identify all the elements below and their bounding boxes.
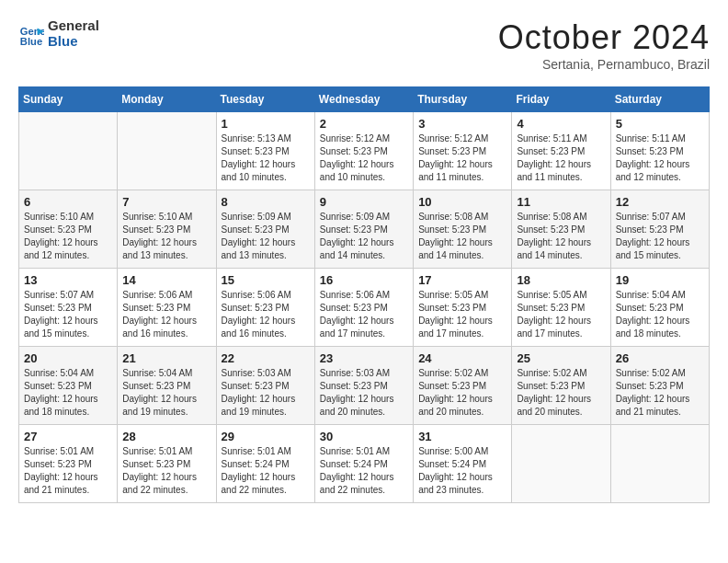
day-number: 28 [122,430,210,443]
day-info: Sunrise: 5:09 AM Sunset: 5:23 PM Dayligh… [222,211,310,262]
day-number: 30 [320,430,408,443]
day-number: 23 [320,351,408,365]
day-number: 1 [222,117,310,131]
day-number: 24 [418,351,506,365]
weekday-header-thursday: Thursday [414,87,512,112]
calendar-cell: 2Sunrise: 5:12 AM Sunset: 5:23 PM Daylig… [314,112,413,190]
logo-line2: Blue [48,34,99,50]
day-number: 25 [517,351,605,365]
day-number: 19 [616,273,704,287]
day-info: Sunrise: 5:08 AM Sunset: 5:23 PM Dayligh… [517,211,605,262]
weekday-header-wednesday: Wednesday [314,87,413,112]
day-info: Sunrise: 5:01 AM Sunset: 5:24 PM Dayligh… [222,445,310,497]
day-info: Sunrise: 5:01 AM Sunset: 5:24 PM Dayligh… [320,445,408,497]
day-number: 26 [616,351,704,365]
calendar-cell: 4Sunrise: 5:11 AM Sunset: 5:23 PM Daylig… [512,112,610,190]
day-number: 17 [418,273,506,287]
month-title: October 2024 [498,18,710,57]
day-info: Sunrise: 5:03 AM Sunset: 5:23 PM Dayligh… [320,367,408,419]
calendar-week-row: 13Sunrise: 5:07 AM Sunset: 5:23 PM Dayli… [19,269,710,347]
day-info: Sunrise: 5:06 AM Sunset: 5:23 PM Dayligh… [222,289,310,340]
calendar-cell: 13Sunrise: 5:07 AM Sunset: 5:23 PM Dayli… [19,269,118,347]
day-info: Sunrise: 5:07 AM Sunset: 5:23 PM Dayligh… [616,211,704,262]
day-info: Sunrise: 5:09 AM Sunset: 5:23 PM Dayligh… [320,211,408,262]
day-number: 29 [222,430,310,443]
day-info: Sunrise: 5:04 AM Sunset: 5:23 PM Dayligh… [24,367,112,419]
calendar-cell: 20Sunrise: 5:04 AM Sunset: 5:23 PM Dayli… [19,347,118,425]
day-info: Sunrise: 5:00 AM Sunset: 5:24 PM Dayligh… [418,445,506,497]
day-number: 10 [418,195,506,209]
page-header: General Blue General Blue October 2024 S… [18,18,710,72]
weekday-header-saturday: Saturday [610,87,709,112]
day-number: 7 [122,195,210,209]
calendar-cell: 11Sunrise: 5:08 AM Sunset: 5:23 PM Dayli… [512,190,610,269]
calendar-cell: 21Sunrise: 5:04 AM Sunset: 5:23 PM Dayli… [118,347,216,425]
calendar-cell: 27Sunrise: 5:01 AM Sunset: 5:23 PM Dayli… [19,425,118,503]
calendar-cell [610,425,709,503]
calendar-header-row: SundayMondayTuesdayWednesdayThursdayFrid… [19,87,710,112]
day-info: Sunrise: 5:13 AM Sunset: 5:23 PM Dayligh… [222,132,310,184]
calendar-cell: 23Sunrise: 5:03 AM Sunset: 5:23 PM Dayli… [314,347,413,425]
day-number: 9 [320,195,408,209]
day-number: 13 [24,273,112,287]
calendar-cell: 9Sunrise: 5:09 AM Sunset: 5:23 PM Daylig… [314,190,413,269]
day-info: Sunrise: 5:04 AM Sunset: 5:23 PM Dayligh… [122,367,210,419]
day-info: Sunrise: 5:12 AM Sunset: 5:23 PM Dayligh… [320,132,408,184]
day-number: 11 [517,195,605,209]
calendar-cell: 10Sunrise: 5:08 AM Sunset: 5:23 PM Dayli… [414,190,512,269]
day-info: Sunrise: 5:11 AM Sunset: 5:23 PM Dayligh… [517,132,605,184]
calendar-cell [19,112,118,190]
day-info: Sunrise: 5:07 AM Sunset: 5:23 PM Dayligh… [24,289,112,340]
day-number: 3 [418,117,506,131]
calendar-body: 1Sunrise: 5:13 AM Sunset: 5:23 PM Daylig… [19,112,710,503]
calendar-cell: 14Sunrise: 5:06 AM Sunset: 5:23 PM Dayli… [118,269,216,347]
calendar-week-row: 1Sunrise: 5:13 AM Sunset: 5:23 PM Daylig… [19,112,710,190]
calendar-cell: 3Sunrise: 5:12 AM Sunset: 5:23 PM Daylig… [414,112,512,190]
day-number: 31 [418,430,506,443]
calendar-cell: 1Sunrise: 5:13 AM Sunset: 5:23 PM Daylig… [216,112,314,190]
calendar-table: SundayMondayTuesdayWednesdayThursdayFrid… [18,86,710,503]
calendar-cell: 12Sunrise: 5:07 AM Sunset: 5:23 PM Dayli… [610,190,709,269]
logo: General Blue General Blue [18,18,99,49]
calendar-cell: 17Sunrise: 5:05 AM Sunset: 5:23 PM Dayli… [414,269,512,347]
day-info: Sunrise: 5:01 AM Sunset: 5:23 PM Dayligh… [24,445,112,497]
day-number: 20 [24,351,112,365]
day-info: Sunrise: 5:03 AM Sunset: 5:23 PM Dayligh… [222,367,310,419]
day-number: 2 [320,117,408,131]
calendar-cell: 6Sunrise: 5:10 AM Sunset: 5:23 PM Daylig… [19,190,118,269]
calendar-cell: 18Sunrise: 5:05 AM Sunset: 5:23 PM Dayli… [512,269,610,347]
day-number: 27 [24,430,112,443]
day-info: Sunrise: 5:08 AM Sunset: 5:23 PM Dayligh… [418,211,506,262]
calendar-cell: 25Sunrise: 5:02 AM Sunset: 5:23 PM Dayli… [512,347,610,425]
calendar-cell [512,425,610,503]
day-info: Sunrise: 5:04 AM Sunset: 5:23 PM Dayligh… [616,289,704,340]
weekday-header-sunday: Sunday [19,87,118,112]
day-number: 22 [222,351,310,365]
day-info: Sunrise: 5:10 AM Sunset: 5:23 PM Dayligh… [122,211,210,262]
day-number: 6 [24,195,112,209]
weekday-header-monday: Monday [118,87,216,112]
calendar-cell: 7Sunrise: 5:10 AM Sunset: 5:23 PM Daylig… [118,190,216,269]
day-number: 8 [222,195,310,209]
day-info: Sunrise: 5:06 AM Sunset: 5:23 PM Dayligh… [320,289,408,340]
calendar-cell: 28Sunrise: 5:01 AM Sunset: 5:23 PM Dayli… [118,425,216,503]
day-info: Sunrise: 5:02 AM Sunset: 5:23 PM Dayligh… [517,367,605,419]
calendar-week-row: 20Sunrise: 5:04 AM Sunset: 5:23 PM Dayli… [19,347,710,425]
day-info: Sunrise: 5:05 AM Sunset: 5:23 PM Dayligh… [418,289,506,340]
day-info: Sunrise: 5:11 AM Sunset: 5:23 PM Dayligh… [616,132,704,184]
calendar-cell: 22Sunrise: 5:03 AM Sunset: 5:23 PM Dayli… [216,347,314,425]
calendar-cell: 15Sunrise: 5:06 AM Sunset: 5:23 PM Dayli… [216,269,314,347]
logo-icon: General Blue [18,21,44,47]
day-number: 14 [122,273,210,287]
day-number: 4 [517,117,605,131]
day-info: Sunrise: 5:06 AM Sunset: 5:23 PM Dayligh… [122,289,210,340]
calendar-cell: 31Sunrise: 5:00 AM Sunset: 5:24 PM Dayli… [414,425,512,503]
calendar-cell: 26Sunrise: 5:02 AM Sunset: 5:23 PM Dayli… [610,347,709,425]
day-number: 21 [122,351,210,365]
location-subtitle: Sertania, Pernambuco, Brazil [498,57,710,72]
day-info: Sunrise: 5:02 AM Sunset: 5:23 PM Dayligh… [616,367,704,419]
day-info: Sunrise: 5:12 AM Sunset: 5:23 PM Dayligh… [418,132,506,184]
day-info: Sunrise: 5:10 AM Sunset: 5:23 PM Dayligh… [24,211,112,262]
calendar-cell: 19Sunrise: 5:04 AM Sunset: 5:23 PM Dayli… [610,269,709,347]
calendar-cell [118,112,216,190]
